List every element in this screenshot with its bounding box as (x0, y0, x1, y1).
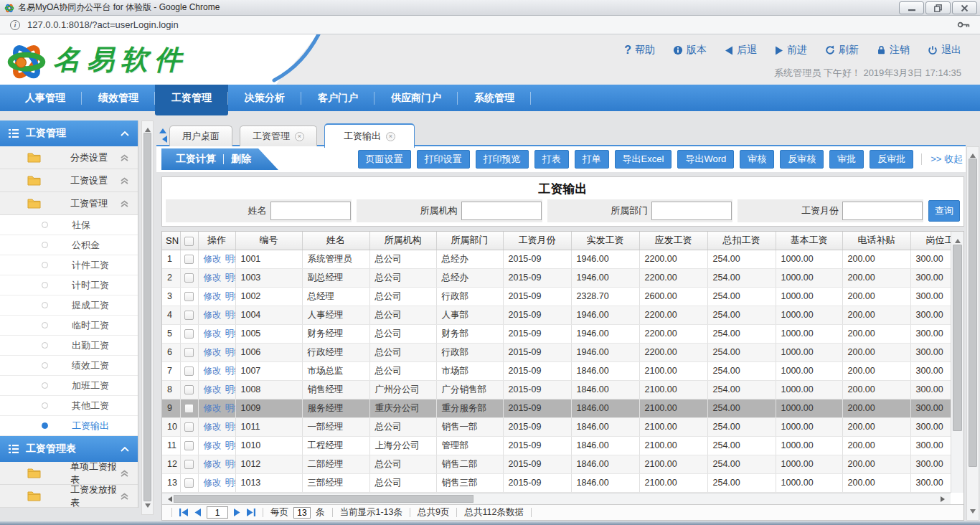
toolbar-button[interactable]: 打印设置 (417, 150, 470, 169)
page-info-icon[interactable]: i (10, 20, 20, 30)
document-tab[interactable]: 工资输出× (324, 123, 415, 148)
address-bar[interactable]: i 127.0.0.1:8018/?act=userLogin.login (0, 16, 980, 34)
row-checkbox[interactable] (184, 385, 194, 394)
minimize-button[interactable] (899, 1, 924, 14)
row-checkbox[interactable] (184, 273, 194, 283)
table-row[interactable]: 5修改明细1005财务经理总公司财务部2015-091946.002200.00… (162, 324, 951, 343)
url-text[interactable]: 127.0.0.1:8018/?act=userLogin.login (27, 19, 179, 30)
table-vertical-scrollbar[interactable] (951, 232, 963, 493)
detail-link[interactable]: 明细 (225, 366, 236, 376)
nav-item[interactable]: 绩效管理 (82, 85, 155, 111)
row-checkbox[interactable] (184, 422, 194, 432)
table-horizontal-scrollbar[interactable] (162, 493, 951, 504)
sidebar-item[interactable]: 公积金 (0, 235, 138, 255)
document-tab[interactable]: 工资管理× (240, 126, 317, 146)
table-row[interactable]: 7修改明细1007市场总监总公司市场部2015-091846.002100.00… (162, 361, 951, 380)
column-header-sn[interactable]: SN (162, 232, 180, 250)
header-link-help[interactable]: ?帮助 (624, 44, 655, 57)
detail-link[interactable]: 明细 (225, 384, 236, 394)
table-row[interactable]: 13修改明细1013三部经理总公司销售三部2015-091846.002100.… (162, 473, 951, 492)
filter-input[interactable] (461, 202, 542, 220)
sidebar-folder[interactable]: 工资设置 (0, 169, 138, 192)
edit-link[interactable]: 修改 (204, 366, 222, 376)
toolbar-button[interactable]: 页面设置 (358, 150, 411, 169)
table-row[interactable]: 1修改明细1001系统管理员总公司总经办2015-091946.002200.0… (162, 250, 951, 268)
page-number-input[interactable] (207, 506, 228, 519)
detail-link[interactable]: 明细 (225, 254, 236, 264)
scroll-up-icon[interactable] (970, 151, 976, 158)
sidebar-item[interactable]: 加班工资 (0, 376, 138, 396)
column-header[interactable]: 所属部门 (436, 232, 503, 250)
table-vscroll-thumb[interactable] (953, 245, 962, 431)
sidebar-section-header[interactable]: 工资管理 (0, 120, 138, 146)
row-checkbox[interactable] (184, 441, 194, 450)
nav-item[interactable]: 客户门户 (301, 85, 374, 111)
filter-input[interactable] (842, 202, 923, 220)
key-icon[interactable] (957, 21, 970, 29)
detail-link[interactable]: 明细 (225, 478, 236, 488)
sidebar-item[interactable]: 提成工资 (0, 295, 138, 316)
detail-link[interactable]: 明细 (225, 347, 236, 357)
toolbar-button[interactable]: 打单 (575, 150, 609, 169)
header-link-lock[interactable]: 注销 (877, 44, 910, 57)
header-link-refresh[interactable]: 刷新 (825, 44, 859, 57)
detail-link[interactable]: 明细 (225, 328, 236, 339)
search-button[interactable]: 查询 (928, 200, 960, 222)
scroll-up-icon[interactable] (145, 125, 151, 132)
nav-item[interactable]: 系统管理 (458, 85, 531, 111)
toolbar-button[interactable]: 导出Excel (615, 150, 672, 169)
sidebar-folder[interactable]: 单项工资报表 (0, 462, 138, 485)
row-checkbox[interactable] (184, 329, 194, 339)
header-link-power[interactable]: 退出 (928, 44, 961, 57)
edit-link[interactable]: 修改 (204, 254, 222, 264)
detail-link[interactable]: 明细 (225, 440, 236, 450)
scroll-left-icon[interactable] (165, 496, 172, 502)
column-header[interactable]: 岗位工资 (910, 232, 951, 250)
column-header[interactable]: 所属机构 (369, 232, 436, 250)
sidebar-item[interactable]: 社保 (0, 215, 138, 235)
edit-link[interactable]: 修改 (204, 384, 222, 394)
detail-link[interactable]: 明细 (225, 459, 236, 469)
sidebar-folder[interactable]: 工资发放报表 (0, 485, 138, 508)
content-scrollbar-thumb[interactable] (969, 159, 977, 467)
edit-link[interactable]: 修改 (204, 328, 222, 339)
nav-item[interactable]: 决策分析 (228, 85, 301, 111)
per-page-input[interactable] (293, 507, 311, 519)
prev-page-button[interactable] (194, 509, 202, 516)
scroll-down-icon[interactable] (970, 509, 976, 516)
edit-link[interactable]: 修改 (204, 422, 222, 432)
detail-link[interactable]: 明细 (225, 291, 236, 301)
edit-link[interactable]: 修改 (204, 440, 222, 450)
column-header[interactable]: 姓名 (302, 232, 369, 250)
sidebar-item[interactable]: 临时工资 (0, 316, 138, 336)
toolbar-button[interactable]: 导出Word (677, 150, 734, 169)
table-row[interactable]: 4修改明细1004人事经理总公司人事部2015-091946.002200.00… (162, 306, 951, 324)
close-button[interactable] (952, 1, 977, 14)
scroll-right-icon[interactable] (941, 496, 948, 502)
column-header[interactable]: 操作 (198, 232, 235, 250)
sidebar-item[interactable]: 计件工资 (0, 255, 138, 275)
edit-link[interactable]: 修改 (204, 478, 222, 488)
detail-link[interactable]: 明细 (225, 310, 236, 320)
filter-input[interactable] (651, 202, 732, 220)
sidebar-item[interactable]: 其他工资 (0, 396, 138, 416)
scroll-up-icon[interactable] (955, 236, 961, 243)
table-row[interactable]: 2修改明细1003副总经理总公司总经办2015-091946.002200.00… (162, 268, 951, 287)
edit-link[interactable]: 修改 (204, 273, 222, 283)
detail-link[interactable]: 明细 (225, 403, 236, 413)
sidebar-scrollbar[interactable] (141, 120, 154, 515)
row-checkbox[interactable] (184, 478, 194, 488)
row-checkbox[interactable] (184, 255, 194, 264)
toolbar-button[interactable]: 审批 (829, 150, 864, 169)
column-header[interactable]: 电话补贴 (842, 232, 910, 250)
tab-close-icon[interactable]: × (386, 132, 395, 141)
header-link-info[interactable]: 版本 (673, 44, 707, 57)
row-checkbox[interactable] (184, 366, 194, 376)
sidebar-item[interactable]: 绩效工资 (0, 356, 138, 376)
table-row[interactable]: 9修改明细1009服务经理重庆分公司重分服务部2015-091846.00210… (162, 399, 951, 417)
sidebar-folder[interactable]: 分类设置 (0, 146, 138, 169)
delete-action[interactable]: 删除 (231, 153, 251, 166)
next-page-button[interactable] (233, 509, 241, 516)
sidebar-item[interactable]: 出勤工资 (0, 336, 138, 356)
sidebar-scrollbar-thumb[interactable] (143, 133, 151, 501)
